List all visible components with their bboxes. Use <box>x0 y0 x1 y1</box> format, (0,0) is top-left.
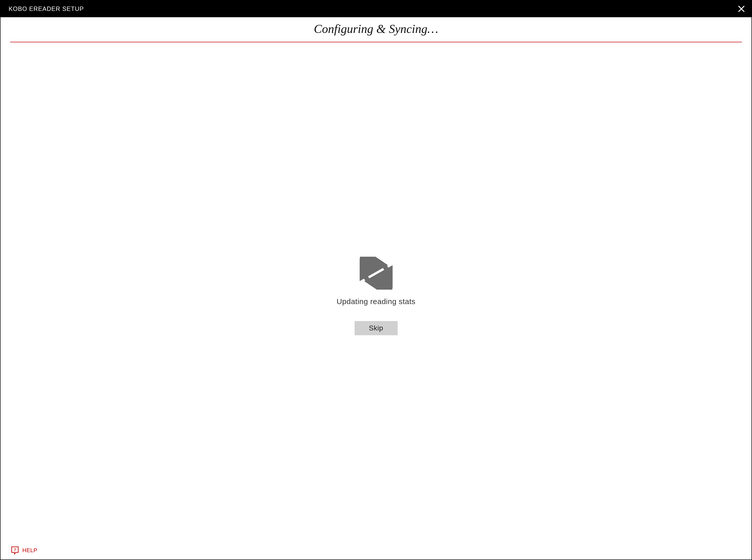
skip-button[interactable]: Skip <box>355 321 398 335</box>
status-text: Updating reading stats <box>337 297 415 306</box>
content-area: Configuring & Syncing… Updating reading … <box>0 17 752 560</box>
close-icon <box>738 5 745 13</box>
window-title: KOBO EREADER SETUP <box>8 5 84 13</box>
titlebar: KOBO EREADER SETUP <box>0 0 752 17</box>
help-label: HELP <box>22 547 37 554</box>
sync-icon <box>360 257 393 289</box>
close-button[interactable] <box>737 4 746 14</box>
svg-text:?: ? <box>14 547 16 552</box>
sync-status-area: Updating reading stats Skip <box>10 42 742 560</box>
page-title: Configuring & Syncing… <box>10 22 742 42</box>
heading-wrap: Configuring & Syncing… <box>10 17 742 42</box>
help-button[interactable]: ? HELP <box>11 546 37 555</box>
help-icon: ? <box>11 546 19 555</box>
